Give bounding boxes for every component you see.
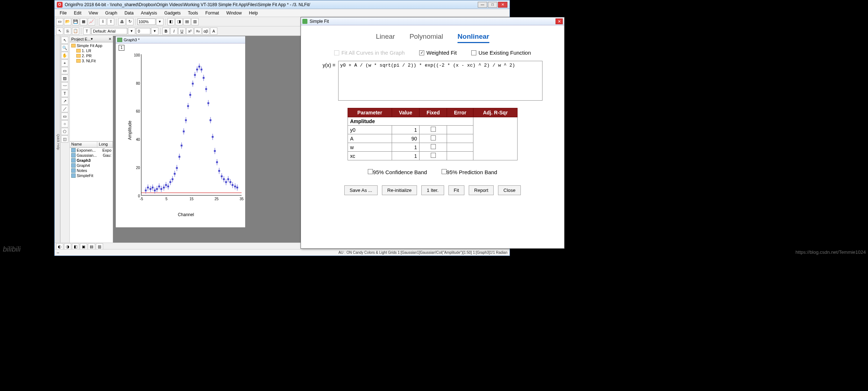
value-cell[interactable]: 1 xyxy=(392,152,419,160)
opt-weighted[interactable]: Weighted Fit xyxy=(419,50,457,56)
tab-nonlinear[interactable]: Nonlinear xyxy=(458,33,489,43)
rect-icon[interactable]: ▭ xyxy=(61,113,68,120)
menu-window[interactable]: Window xyxy=(224,10,245,16)
print-icon[interactable]: 🖶 xyxy=(118,18,125,25)
data-reader-icon[interactable]: + xyxy=(61,59,68,67)
new-workbook-icon[interactable]: ▦ xyxy=(80,18,87,25)
refresh-icon[interactable]: ↻ xyxy=(126,18,133,25)
underline-icon[interactable]: U xyxy=(178,28,186,35)
fixed-checkbox[interactable] xyxy=(431,144,436,149)
value-cell[interactable]: 1 xyxy=(392,143,419,152)
menu-edit[interactable]: Edit xyxy=(71,10,84,16)
import-icon[interactable]: ⇩ xyxy=(99,18,106,25)
size-dropdown-icon[interactable]: ▾ xyxy=(151,28,158,35)
new-graph-icon[interactable]: 📈 xyxy=(88,18,95,25)
zoom-tool-icon[interactable]: 🔍 xyxy=(61,44,68,51)
checkbox-icon[interactable] xyxy=(442,169,447,174)
tree-item[interactable]: 2. PR xyxy=(76,53,112,58)
dialog-titlebar[interactable]: Simple Fit ✕ xyxy=(301,17,564,25)
tb-icon-b[interactable]: ◨ xyxy=(175,18,183,25)
copy-icon[interactable]: ⎘ xyxy=(64,28,71,35)
zoom-combo[interactable] xyxy=(137,18,156,25)
arrow-icon[interactable]: ↗ xyxy=(61,97,68,105)
save-icon[interactable]: 💾 xyxy=(72,18,79,25)
list-item[interactable]: Exponen...Expo xyxy=(70,148,113,153)
polygon-icon[interactable]: ⬠ xyxy=(61,128,68,135)
opt-conf-band[interactable]: 95% Confidence Band xyxy=(368,169,427,175)
side-tab-quickhelp[interactable]: Quick Help xyxy=(55,36,60,245)
one-iter-button[interactable]: 1 Iter. xyxy=(421,185,444,195)
font-color-icon[interactable]: A xyxy=(210,28,217,35)
mask-tool-icon[interactable]: ▨ xyxy=(61,75,68,82)
superscript-icon[interactable]: x² xyxy=(186,28,193,35)
formula-input[interactable] xyxy=(338,61,542,101)
fixed-checkbox[interactable] xyxy=(431,127,436,132)
graph-window[interactable]: Graph3 * 1 Amplitude Channel 02040608010… xyxy=(115,36,246,228)
tab-polynomial[interactable]: Polynomial xyxy=(409,33,443,43)
opt-pred-band[interactable]: 95% Prediction Band xyxy=(442,169,497,175)
menu-format[interactable]: Format xyxy=(203,10,222,16)
list-item[interactable]: Graph4 xyxy=(70,163,113,168)
pan-tool-icon[interactable]: ✋ xyxy=(61,52,68,59)
close-button[interactable]: ✕ xyxy=(498,2,507,8)
tb-icon-c[interactable]: ▤ xyxy=(183,18,191,25)
tree-root[interactable]: Simple Fit App xyxy=(71,43,112,48)
opt-use-existing[interactable]: Use Existing Function xyxy=(471,50,531,56)
circle-icon[interactable]: ○ xyxy=(61,120,68,127)
list-item-active[interactable]: Graph3 xyxy=(70,158,113,163)
menu-analysis[interactable]: Analysis xyxy=(138,10,160,16)
tab-linear[interactable]: Linear xyxy=(376,33,395,43)
line-icon[interactable]: ／ xyxy=(61,105,68,112)
greek-icon[interactable]: αβ xyxy=(202,28,209,35)
tb-icon-d[interactable]: ▥ xyxy=(191,18,199,25)
tb-icon-a[interactable]: ◧ xyxy=(167,18,175,25)
file-list[interactable]: Exponen...Expo Gaussian...Gau: Graph3 Gr… xyxy=(70,148,113,245)
region-icon[interactable]: ◫ xyxy=(61,135,68,143)
fixed-checkbox[interactable] xyxy=(431,135,436,140)
close-dialog-button[interactable]: Close xyxy=(498,185,521,195)
zoom-dropdown-icon[interactable]: ▾ xyxy=(156,18,163,25)
font-combo[interactable] xyxy=(91,28,127,34)
checkbox-icon[interactable] xyxy=(368,169,373,174)
bold-icon[interactable]: B xyxy=(162,28,170,35)
panel-dropdown-icon[interactable]: ▾ xyxy=(91,37,93,41)
paste-icon[interactable]: 📋 xyxy=(72,28,79,35)
fixed-checkbox[interactable] xyxy=(431,153,436,158)
open-icon[interactable]: 📂 xyxy=(64,18,71,25)
fit-button[interactable]: Fit xyxy=(448,185,464,195)
list-item[interactable]: SimpleFit xyxy=(70,173,113,178)
value-cell[interactable]: 90 xyxy=(392,134,419,143)
reinitialize-button[interactable]: Re-initialize xyxy=(382,185,417,195)
menu-tools[interactable]: Tools xyxy=(185,10,201,16)
draw-data-icon[interactable]: 〰 xyxy=(61,82,68,89)
plot-area[interactable]: Amplitude Channel 020406080100-55152535 xyxy=(130,54,242,206)
font-dropdown-icon[interactable]: ▾ xyxy=(128,28,135,35)
menu-file[interactable]: File xyxy=(57,10,69,16)
pointer-icon[interactable]: ↖ xyxy=(56,28,63,35)
italic-icon[interactable]: I xyxy=(170,28,178,35)
new-project-icon[interactable]: ▭ xyxy=(56,18,63,25)
menu-view[interactable]: View xyxy=(86,10,101,16)
tree-item-active[interactable]: 3. NLFit xyxy=(76,58,112,63)
checkbox-icon[interactable] xyxy=(419,50,424,55)
checkbox-icon[interactable] xyxy=(471,50,476,55)
menu-help[interactable]: Help xyxy=(246,10,261,16)
graph-window-titlebar[interactable]: Graph3 * xyxy=(116,36,245,43)
export-icon[interactable]: ⇧ xyxy=(107,18,114,25)
layer-button[interactable]: 1 xyxy=(119,45,124,51)
select-tool-icon[interactable]: ↖ xyxy=(61,37,68,44)
subscript-icon[interactable]: x₂ xyxy=(194,28,201,35)
tree-item[interactable]: 1. LR xyxy=(76,48,112,53)
menu-gadgets[interactable]: Gadgets xyxy=(161,10,183,16)
menu-data[interactable]: Data xyxy=(122,10,136,16)
col-name[interactable]: Name xyxy=(70,142,97,147)
region-tool-icon[interactable]: ▭ xyxy=(61,67,68,74)
folder-tree[interactable]: Simple Fit App 1. LR 2. PR 3. NLFit xyxy=(70,42,113,141)
text-tool-icon[interactable]: T xyxy=(83,28,90,35)
save-as-button[interactable]: Save As ... xyxy=(344,185,378,195)
dialog-close-button[interactable]: ✕ xyxy=(556,18,563,24)
menu-graph[interactable]: Graph xyxy=(102,10,120,16)
list-item[interactable]: Notes xyxy=(70,168,113,173)
minimize-button[interactable]: — xyxy=(478,2,487,8)
report-button[interactable]: Report xyxy=(469,185,494,195)
